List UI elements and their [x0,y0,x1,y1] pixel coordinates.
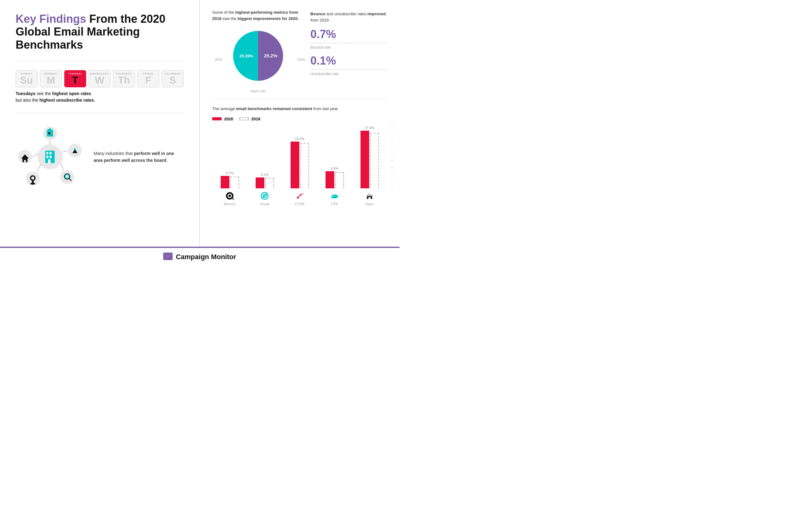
legend-2019: 2019 [239,117,260,121]
bar-group-unsub: 0.1% Unsub [247,173,282,206]
bar-solid-ctr [326,171,334,188]
unsub-rate-label: Unsubscribe rate [311,72,387,76]
day-letter-thursday: Th [114,75,133,85]
bar-value-unsub: 0.1% [260,173,268,176]
svg-marker-45 [337,195,338,198]
bar-dashed-unsub [265,178,274,188]
bar-value-ctr: 2.6% [330,167,338,170]
day-letter-friday: F [139,75,158,85]
bar-solid-ctor [291,141,299,188]
day-card-saturday: SATURDAY S [162,70,183,87]
pie-chart-svg: 20.39% 25.2% [224,26,292,86]
pie-caption: Open rate [224,89,292,93]
main-title: Key Findings From the 2020 Global Email … [16,13,183,51]
title-section: Key Findings From the 2020 Global Email … [16,13,183,51]
day-card-thursday: THURSDAY Th [113,70,135,87]
footer-brand-name: Campaign Monitor [176,253,236,261]
days-section: SUNDAY Su MONDAY M TUESDAY T WEDNESDAY W… [16,70,183,103]
day-card-monday: MONDAY M [40,70,62,87]
bar-section: The average email benchmarks remained co… [212,106,387,206]
day-letter-wednesday: W [90,75,109,85]
open-icon [365,191,375,201]
svg-marker-43 [302,193,303,195]
bars-row-ctr [317,171,352,188]
day-letter-sunday: Su [17,75,36,85]
bar-group-bounce: 0.7% Bounce [212,171,247,206]
svg-point-42 [297,197,299,198]
divider-2 [16,113,183,113]
day-card-sunday: SUNDAY Su [16,70,37,87]
bars-row-unsub [247,177,282,188]
legend-2020: 2020 [212,117,233,121]
bar-solid-bounce [221,176,230,188]
bar-solid-unsub [256,177,265,188]
day-letter-monday: M [41,75,60,85]
bar-value-ctor: 14.3% [295,137,304,141]
day-card-tuesday: TUESDAY T [64,70,86,87]
svg-point-17 [31,176,34,179]
unsub-rate-value: 0.1% [311,54,387,68]
bounce-unsub-description: Bounce and unsubscribe rates improved fr… [311,11,387,23]
svg-rect-6 [48,159,51,163]
pie-label-2019: 2019 [214,58,222,61]
bar-name-unsub: Unsub [260,202,270,206]
svg-point-22 [66,175,69,178]
campaign-monitor-icon [163,252,172,261]
svg-point-34 [229,195,231,197]
pie-value-2019: 20.39% [239,54,253,58]
svg-rect-46 [332,195,333,196]
svg-line-29 [37,165,40,172]
ctr-icon [330,191,340,201]
bounce-rate-label: Bounce rate [311,45,387,50]
svg-point-19 [30,183,35,185]
legend-2020-label: 2020 [224,117,233,121]
bar-value-open: 17.8% [365,126,374,130]
grid-line [391,174,393,174]
unsub-rate-block: 0.1% Unsubscribe rate [311,54,387,76]
svg-rect-14 [24,160,26,162]
left-panel: Key Findings From the 2020 Global Email … [0,0,200,247]
svg-marker-50 [366,194,373,196]
right-panel: Some of the highest-performing metrics f… [200,0,399,247]
industry-text: Many industries that perform well in one… [94,150,183,164]
bar-name-ctr: CTR [331,202,338,206]
bar-chart: 0.7% Bounce [212,126,387,206]
svg-line-31 [62,151,68,152]
day-card-friday: FRIDAY F [137,70,159,87]
grid-line [391,181,393,181]
industry-diagram [16,126,84,188]
grid-line [391,140,393,140]
unsub-dotted-divider [311,69,387,70]
pie-section: Some of the highest-performing metrics f… [212,10,304,93]
grid-line [391,147,393,147]
bar-legend: 2020 2019 [212,117,387,121]
svg-rect-5 [50,156,52,158]
bar-value-bounce: 0.7% [226,171,234,175]
bar-dashed-open [370,133,379,188]
footer: Campaign Monitor [0,247,399,266]
legend-2020-box [212,117,222,120]
bar-group-ctr: 2.6% CTR [317,167,352,206]
ctor-icon [295,191,305,201]
bar-group-open: 17.8% Open [352,126,387,206]
grid-line [391,153,393,154]
pie-chart-container: 2019 20.39% 25.2% 2020 Open rate [224,26,292,93]
pie-label-2020: 2020 [297,58,305,61]
bar-dashed-bounce [230,176,239,188]
grid-line [391,160,393,160]
bounce-icon [225,191,235,201]
title-highlight: Key Findings [16,13,86,25]
svg-rect-2 [47,152,48,154]
top-right-section: Some of the highest-performing metrics f… [212,10,387,93]
pie-value-2020: 25.2% [264,53,277,58]
bar-name-bounce: Bounce [224,202,235,206]
bar-solid-open [361,131,369,188]
divider-1 [16,60,183,61]
bar-dashed-ctor [300,143,309,188]
svg-line-30 [61,163,63,171]
bars-row-open [352,131,387,188]
industry-section: Many industries that perform well in one… [16,126,183,188]
svg-rect-3 [50,152,52,154]
legend-2019-label: 2019 [251,117,260,121]
bounce-dotted-divider [311,43,387,43]
